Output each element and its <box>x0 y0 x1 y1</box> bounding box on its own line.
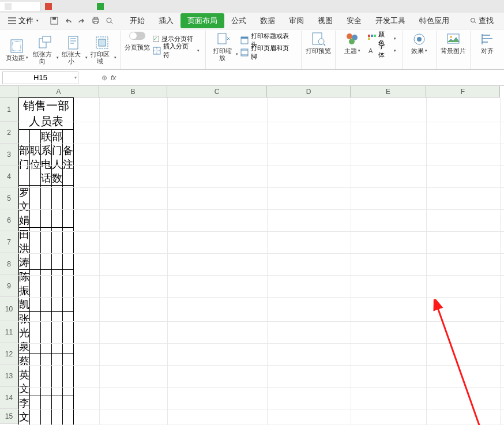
table-cell[interactable]: 陈振凯 <box>19 270 30 312</box>
table-cell[interactable] <box>41 270 52 312</box>
col-header-E[interactable]: E <box>351 86 426 97</box>
group-effects: 效果▾ <box>403 31 437 69</box>
table-cell[interactable] <box>63 186 74 228</box>
bg-picture-button[interactable]: 背景图片 <box>440 32 467 54</box>
row-header-5[interactable]: 5 <box>0 187 18 209</box>
col-header-C[interactable]: C <box>167 86 267 97</box>
col-header-B[interactable]: B <box>99 86 167 97</box>
table-cell[interactable]: 罗文娟 <box>19 186 30 228</box>
tab-review[interactable]: 审阅 <box>282 13 311 28</box>
table-cell[interactable]: 张光泉 <box>19 312 30 354</box>
table-cell[interactable] <box>30 354 41 396</box>
doc-tab-2[interactable] <box>40 2 92 11</box>
save-button[interactable] <box>49 16 59 26</box>
header-footer-button[interactable]: 打印页眉和页脚 <box>240 47 295 58</box>
table-cell[interactable] <box>63 228 74 270</box>
tab-special[interactable]: 特色应用 <box>412 13 456 28</box>
align-icon <box>480 32 495 47</box>
table-cell[interactable]: 田洪涛 <box>19 228 30 270</box>
doc-tab-1[interactable] <box>0 2 40 11</box>
table-cell[interactable] <box>52 396 63 426</box>
file-menu[interactable]: 文件 ▾ <box>3 14 43 27</box>
page-break-preview-button[interactable]: 分页预览 <box>124 32 151 58</box>
table-header-cell: 职位 <box>30 130 41 186</box>
row-header-13[interactable]: 13 <box>0 365 18 387</box>
row-header-10[interactable]: 10 <box>0 297 18 321</box>
tab-home[interactable]: 开始 <box>123 13 152 28</box>
row-header-3[interactable]: 3 <box>0 144 18 166</box>
name-box[interactable]: H15 ▾ <box>2 72 78 84</box>
spreadsheet-grid[interactable]: ABCDEF 123456789101112131415 销售一部人员表部门职位… <box>0 86 504 425</box>
effects-button[interactable]: 效果▾ <box>406 32 432 54</box>
col-header-F[interactable]: F <box>426 86 500 97</box>
table-cell[interactable]: 蔡英文 <box>19 354 30 396</box>
table-cell[interactable] <box>52 270 63 312</box>
row-header-7[interactable]: 7 <box>0 231 18 253</box>
themes-button[interactable]: 主题▾ <box>339 32 366 58</box>
fonts-button[interactable]: A 字体▾ <box>368 45 396 57</box>
col-header-D[interactable]: D <box>267 86 351 97</box>
select-all-corner[interactable] <box>0 86 18 97</box>
tab-insert[interactable]: 插入 <box>152 13 180 28</box>
row-header-4[interactable]: 4 <box>0 166 18 187</box>
table-cell[interactable] <box>30 186 41 228</box>
table-cell[interactable] <box>30 228 41 270</box>
print-scaling-button[interactable]: 打印缩放▾ <box>209 32 238 61</box>
table-cell[interactable] <box>30 312 41 354</box>
margins-button[interactable]: 页边距▾ <box>3 39 30 61</box>
doc-icon <box>5 3 12 10</box>
row-header-6[interactable]: 6 <box>0 209 18 231</box>
table-cell[interactable] <box>41 228 52 270</box>
table-header-cell: 备注 <box>63 130 74 186</box>
find-label: 查找 <box>479 16 494 26</box>
orientation-button[interactable]: 纸张方向▾ <box>30 35 59 65</box>
col-header-A[interactable]: A <box>18 86 99 97</box>
doc-tab-3[interactable] <box>92 2 144 11</box>
row-header-9[interactable]: 9 <box>0 275 18 297</box>
table-cell[interactable] <box>52 186 63 228</box>
undo-button[interactable] <box>63 16 73 26</box>
table-cell[interactable] <box>52 354 63 396</box>
row-header-8[interactable]: 8 <box>0 253 18 275</box>
redo-button[interactable] <box>77 16 87 26</box>
table-cell[interactable] <box>30 396 41 426</box>
table-cell[interactable] <box>41 312 52 354</box>
tab-view[interactable]: 视图 <box>311 13 340 28</box>
size-button[interactable]: 纸张大小▾ <box>59 35 88 65</box>
print-qat-button[interactable] <box>91 16 101 26</box>
row-header-12[interactable]: 12 <box>0 343 18 365</box>
table-cell[interactable] <box>41 186 52 228</box>
zoom-icon[interactable]: ⊕ <box>101 74 107 82</box>
align-button[interactable]: 对齐 <box>474 32 501 54</box>
tab-data[interactable]: 数据 <box>253 13 282 28</box>
tab-dev[interactable]: 开发工具 <box>368 13 412 28</box>
table-cell[interactable] <box>52 312 63 354</box>
print-area-button[interactable]: 打印区域▾ <box>88 35 116 65</box>
tab-formulas[interactable]: 公式 <box>224 13 253 28</box>
tab-find[interactable]: 查找 <box>463 13 501 28</box>
table-cell[interactable] <box>41 396 52 426</box>
table-cell[interactable] <box>41 354 52 396</box>
print-preview-qat-button[interactable] <box>104 16 115 26</box>
table-cell[interactable] <box>63 312 74 354</box>
table-cell[interactable] <box>63 270 74 312</box>
row-header-1[interactable]: 1 <box>0 97 18 122</box>
row-header-15[interactable]: 15 <box>0 409 18 424</box>
table-cell[interactable] <box>63 354 74 396</box>
row-header-2[interactable]: 2 <box>0 122 18 144</box>
tab-security[interactable]: 安全 <box>340 13 368 28</box>
table-cell[interactable] <box>30 270 41 312</box>
fx-icon[interactable]: fx <box>111 74 116 82</box>
table-cell[interactable]: 李文浩 <box>19 396 30 426</box>
table-cell[interactable] <box>52 228 63 270</box>
print-preview-button[interactable]: 打印预览 <box>305 32 332 54</box>
row-header-14[interactable]: 14 <box>0 387 18 409</box>
insert-break-button[interactable]: 插入分页符▾ <box>153 45 200 57</box>
row-header-11[interactable]: 11 <box>0 321 18 343</box>
svg-rect-30 <box>368 37 370 40</box>
group-page-setup: 页边距▾ 纸张方向▾ 纸张大小▾ 打印区域▾ <box>0 31 121 69</box>
tab-page-layout[interactable]: 页面布局 <box>180 13 224 28</box>
formula-input[interactable] <box>119 72 465 84</box>
svg-rect-28 <box>371 35 373 37</box>
table-cell[interactable] <box>63 396 74 426</box>
